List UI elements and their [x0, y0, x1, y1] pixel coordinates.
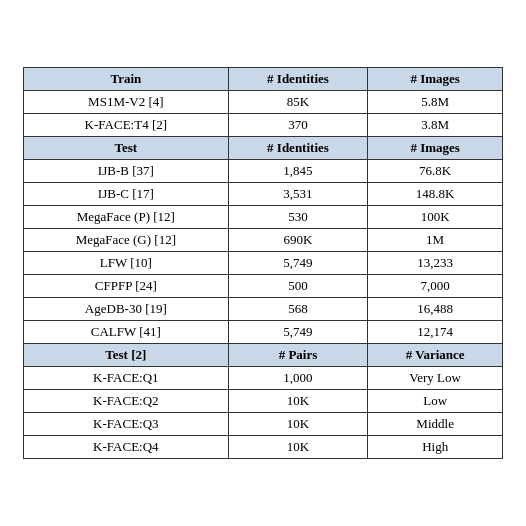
test2-row-2-col2: 10K [228, 390, 368, 413]
test-row-2: IJB-C [17] 3,531 148.8K [24, 183, 503, 206]
test-row-5-col3: 13,233 [368, 252, 503, 275]
test-row-4-col2: 690K [228, 229, 368, 252]
test-header-col1: Test [24, 137, 229, 160]
test2-row-3-col2: 10K [228, 413, 368, 436]
test-header-col2: # Identities [228, 137, 368, 160]
test-row-5-col1: LFW [10] [24, 252, 229, 275]
train-row-2-col3: 3.8M [368, 114, 503, 137]
train-row-1-col3: 5.8M [368, 91, 503, 114]
test-row-4-col3: 1M [368, 229, 503, 252]
test-row-7-col2: 568 [228, 298, 368, 321]
train-header-col3: # Images [368, 68, 503, 91]
test-row-7: AgeDB-30 [19] 568 16,488 [24, 298, 503, 321]
test2-row-4-col1: K-FACE:Q4 [24, 436, 229, 459]
test-row-8-col3: 12,174 [368, 321, 503, 344]
test-row-1: IJB-B [37] 1,845 76.8K [24, 160, 503, 183]
test-row-2-col2: 3,531 [228, 183, 368, 206]
test2-row-2: K-FACE:Q2 10K Low [24, 390, 503, 413]
test2-header-col3: # Variance [368, 344, 503, 367]
train-row-2-col1: K-FACE:T4 [2] [24, 114, 229, 137]
test2-row-1-col1: K-FACE:Q1 [24, 367, 229, 390]
test-row-5-col2: 5,749 [228, 252, 368, 275]
test-row-8-col1: CALFW [41] [24, 321, 229, 344]
test-row-3-col3: 100K [368, 206, 503, 229]
test2-row-3-col1: K-FACE:Q3 [24, 413, 229, 436]
test2-header-row: Test [2] # Pairs # Variance [24, 344, 503, 367]
test2-row-2-col1: K-FACE:Q2 [24, 390, 229, 413]
test-row-8-col2: 5,749 [228, 321, 368, 344]
train-row-1-col2: 85K [228, 91, 368, 114]
test2-header-col2: # Pairs [228, 344, 368, 367]
test-row-6: CFPFP [24] 500 7,000 [24, 275, 503, 298]
test-row-7-col3: 16,488 [368, 298, 503, 321]
test-row-3-col2: 530 [228, 206, 368, 229]
test-row-6-col1: CFPFP [24] [24, 275, 229, 298]
test2-row-1-col2: 1,000 [228, 367, 368, 390]
test2-row-4-col2: 10K [228, 436, 368, 459]
test-row-1-col3: 76.8K [368, 160, 503, 183]
test2-row-1: K-FACE:Q1 1,000 Very Low [24, 367, 503, 390]
train-row-2-col2: 370 [228, 114, 368, 137]
train-row-1: MS1M-V2 [4] 85K 5.8M [24, 91, 503, 114]
test2-row-3: K-FACE:Q3 10K Middle [24, 413, 503, 436]
test-header-row: Test # Identities # Images [24, 137, 503, 160]
test-row-2-col1: IJB-C [17] [24, 183, 229, 206]
main-table: Train # Identities # Images MS1M-V2 [4] … [23, 67, 503, 459]
test2-row-4-col3: High [368, 436, 503, 459]
test2-header-col1: Test [2] [24, 344, 229, 367]
train-header-row: Train # Identities # Images [24, 68, 503, 91]
test2-row-2-col3: Low [368, 390, 503, 413]
test-row-6-col2: 500 [228, 275, 368, 298]
test-row-5: LFW [10] 5,749 13,233 [24, 252, 503, 275]
test-row-7-col1: AgeDB-30 [19] [24, 298, 229, 321]
test-row-3-col1: MegaFace (P) [12] [24, 206, 229, 229]
train-row-1-col1: MS1M-V2 [4] [24, 91, 229, 114]
test2-row-3-col3: Middle [368, 413, 503, 436]
train-header-col2: # Identities [228, 68, 368, 91]
test2-row-1-col3: Very Low [368, 367, 503, 390]
test-row-6-col3: 7,000 [368, 275, 503, 298]
train-header-col1: Train [24, 68, 229, 91]
test-row-2-col3: 148.8K [368, 183, 503, 206]
test-row-4: MegaFace (G) [12] 690K 1M [24, 229, 503, 252]
table-wrapper: Train # Identities # Images MS1M-V2 [4] … [3, 47, 523, 479]
test-row-1-col1: IJB-B [37] [24, 160, 229, 183]
test2-row-4: K-FACE:Q4 10K High [24, 436, 503, 459]
test-header-col3: # Images [368, 137, 503, 160]
test-row-8: CALFW [41] 5,749 12,174 [24, 321, 503, 344]
test-row-1-col2: 1,845 [228, 160, 368, 183]
test-row-4-col1: MegaFace (G) [12] [24, 229, 229, 252]
train-row-2: K-FACE:T4 [2] 370 3.8M [24, 114, 503, 137]
test-row-3: MegaFace (P) [12] 530 100K [24, 206, 503, 229]
